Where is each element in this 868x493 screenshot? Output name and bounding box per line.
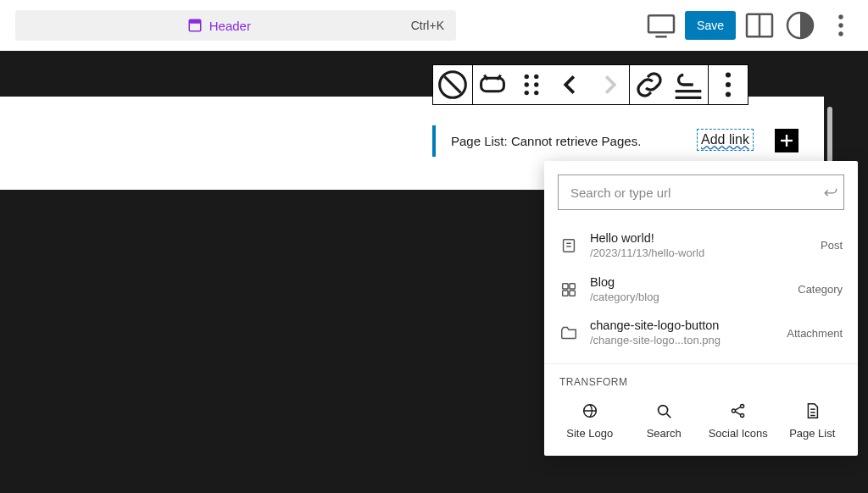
suggestion-item[interactable]: Blog /category/blog Category [544, 268, 858, 312]
svg-point-19 [534, 91, 538, 95]
transform-page-list[interactable]: Page List [776, 398, 850, 444]
transform-label: Search [647, 427, 682, 440]
svg-line-34 [667, 414, 671, 418]
chip-content: Header [27, 18, 411, 33]
transform-social-icons[interactable]: Social Icons [701, 398, 776, 444]
link-button[interactable] [630, 65, 669, 104]
suggestion-type: Attachment [787, 327, 843, 340]
svg-point-23 [726, 82, 731, 87]
drag-handle-icon[interactable] [512, 65, 551, 104]
suggestion-path: /category/blog [590, 291, 786, 305]
svg-point-36 [740, 405, 743, 408]
search-icon [654, 402, 673, 420]
command-center-chip[interactable]: Header Ctrl+K [15, 10, 456, 41]
svg-point-33 [659, 406, 668, 415]
svg-point-15 [534, 75, 538, 79]
svg-point-35 [732, 409, 735, 413]
styles-icon[interactable] [783, 8, 817, 42]
share-icon [729, 402, 748, 420]
page-list-icon [803, 402, 821, 420]
suggestion-type: Category [798, 283, 843, 296]
svg-point-14 [525, 75, 529, 79]
svg-point-22 [726, 72, 731, 77]
select-parent-button[interactable] [473, 65, 512, 104]
header-icon [187, 18, 203, 33]
page-list-message: Page List: Cannot retrieve Pages. [432, 125, 656, 157]
suggestion-path: /change-site-logo...ton.png [590, 334, 775, 348]
attachment-icon [559, 324, 578, 342]
move-right-button [590, 65, 629, 104]
suggestion-item[interactable]: change-site-logo-button /change-site-log… [544, 311, 858, 355]
save-button[interactable]: Save [685, 11, 736, 40]
post-icon [559, 236, 578, 255]
suggestion-type: Post [821, 239, 843, 252]
transform-label: Site Logo [566, 427, 613, 440]
category-icon [559, 280, 578, 299]
block-options-icon[interactable] [709, 65, 748, 104]
svg-point-24 [726, 91, 731, 97]
svg-rect-30 [563, 291, 568, 296]
transform-label: Social Icons [709, 427, 768, 440]
transform-search[interactable]: Search [627, 398, 702, 444]
svg-line-12 [444, 76, 460, 92]
top-bar: Header Ctrl+K Save [0, 0, 868, 51]
svg-rect-1 [189, 19, 201, 24]
block-type-button[interactable] [433, 65, 472, 104]
divider [544, 363, 858, 364]
transform-label: Page List [789, 427, 835, 440]
svg-rect-2 [648, 15, 674, 32]
svg-point-37 [740, 414, 743, 418]
transform-row: Site Logo Search Social Icons Page List [544, 398, 858, 444]
suggestion-title: Blog [590, 274, 786, 291]
svg-line-38 [735, 407, 740, 411]
svg-point-17 [534, 82, 538, 86]
transform-site-logo[interactable]: Site Logo [553, 398, 627, 444]
svg-point-8 [838, 31, 843, 36]
svg-rect-31 [570, 291, 575, 296]
transform-heading: TRANSFORM [544, 371, 858, 398]
suggestion-item[interactable]: Hello world! /2023/11/13/hello-world Pos… [544, 224, 858, 268]
suggestion-path: /2023/11/13/hello-world [590, 246, 809, 261]
view-icon[interactable] [644, 8, 678, 42]
chip-shortcut: Ctrl+K [411, 19, 444, 32]
site-logo-icon [581, 402, 599, 420]
submenu-button[interactable] [669, 65, 708, 104]
svg-rect-25 [564, 240, 575, 252]
sidebar-toggle-icon[interactable] [743, 8, 776, 42]
suggestion-title: change-site-logo-button [590, 318, 775, 334]
submit-link-icon[interactable] [822, 184, 839, 201]
editor-canvas: Page List: Cannot retrieve Pages. Add li… [0, 51, 868, 493]
svg-rect-29 [570, 283, 575, 288]
svg-rect-13 [481, 78, 504, 91]
link-search-input[interactable] [558, 174, 844, 210]
svg-line-39 [735, 412, 740, 415]
svg-point-16 [525, 82, 529, 86]
suggestion-title: Hello world! [590, 230, 809, 246]
block-toolbar [432, 64, 748, 105]
svg-point-7 [838, 23, 843, 27]
svg-point-6 [838, 14, 843, 19]
svg-rect-28 [563, 283, 568, 288]
link-popover: Hello world! /2023/11/13/hello-world Pos… [544, 161, 858, 456]
svg-point-18 [525, 91, 529, 95]
move-left-button[interactable] [551, 65, 590, 104]
chip-label: Header [209, 19, 251, 33]
block-appender-button[interactable] [775, 129, 798, 152]
add-link-placeholder[interactable]: Add link [697, 129, 754, 151]
more-menu-icon[interactable] [824, 8, 858, 42]
